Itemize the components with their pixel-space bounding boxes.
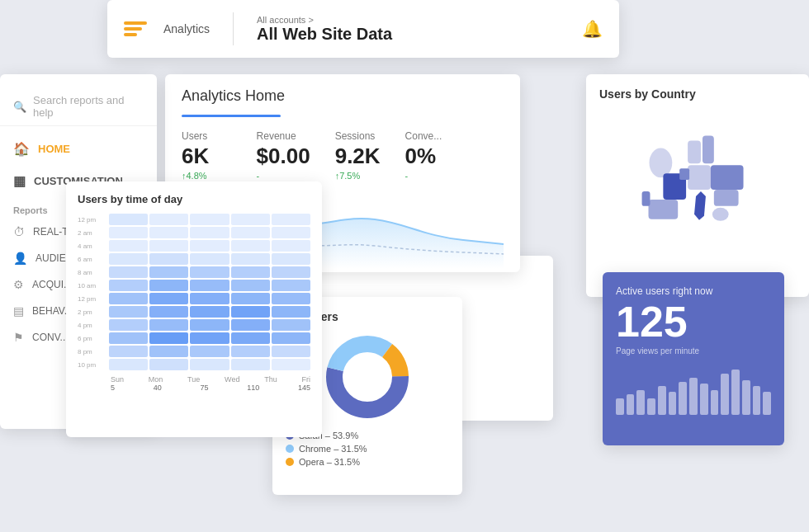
legend-chrome: Chrome – 31.5%: [286, 444, 449, 454]
mini-bar: [763, 392, 771, 415]
metric-value-users: 6K: [182, 144, 232, 169]
heatmap-row-label: 4 pm: [78, 319, 107, 331]
heatmap-cell: [149, 266, 188, 278]
svg-point-9: [712, 208, 729, 221]
svg-point-0: [649, 148, 672, 177]
heatmap-cell: [231, 240, 270, 252]
svg-rect-4: [688, 141, 701, 164]
mini-bar: [636, 390, 645, 415]
heatmap-cell: [272, 359, 310, 370]
chrome-dot: [286, 445, 294, 453]
mini-bar: [647, 398, 655, 415]
heatmap-cell: [190, 214, 229, 225]
metric-value-sessions: 9.2K: [335, 144, 381, 169]
heatmap-cell: [190, 359, 229, 370]
heatmap-cell: [109, 306, 148, 318]
audience-icon: 👤: [13, 252, 27, 265]
legend-opera: Opera – 31.5%: [286, 457, 449, 467]
europe-map: [599, 109, 796, 274]
heatmap-cell: [231, 227, 270, 238]
mini-bar: [679, 382, 687, 415]
mini-bar: [658, 386, 666, 415]
metric-value-revenue: $0.00: [257, 144, 310, 169]
mini-bar: [742, 380, 750, 415]
svg-rect-7: [714, 190, 739, 206]
heatmap-cell: [231, 253, 270, 265]
mini-bar: [721, 374, 729, 415]
mini-bar: [700, 384, 708, 415]
heatmap-row-label: 4 am: [78, 240, 107, 252]
logo: [124, 21, 147, 36]
heatmap-grid: 12 pm2 am4 am6 am8 am10 am12 pm2 pm4 pm6…: [78, 214, 310, 370]
heatmap-cell: [149, 227, 188, 238]
heatmap-row-label: 6 pm: [78, 332, 107, 344]
notification-bell-icon[interactable]: 🔔: [582, 19, 603, 39]
metric-label-sessions: Sessions: [335, 130, 381, 142]
heatmap-cell: [149, 306, 188, 318]
breadcrumb: All accounts >: [257, 15, 392, 25]
home-icon: 🏠: [13, 141, 30, 157]
heatmap-cell: [109, 214, 148, 225]
active-users-title: Active users right now: [616, 285, 771, 297]
logo-bar-2: [124, 27, 142, 31]
customisation-icon: ▦: [13, 173, 26, 189]
heatmap-cell: [149, 240, 188, 252]
search-icon: 🔍: [13, 101, 26, 113]
metric-change-revenue: -: [257, 171, 310, 181]
mini-bar: [616, 398, 624, 415]
svg-rect-5: [703, 136, 714, 164]
heatmap-cell: [190, 293, 229, 304]
heatmap-cell: [231, 306, 270, 318]
opera-label: Opera – 31.5%: [299, 457, 360, 467]
heatmap-cell: [149, 359, 188, 370]
search-placeholder: Search reports and help: [33, 94, 144, 119]
heatmap-cell: [190, 280, 229, 291]
app-name: Analytics: [163, 22, 210, 35]
heatmap-cell: [109, 359, 148, 370]
heatmap-cell: [109, 346, 148, 357]
heatmap-row-label: 12 pm: [78, 293, 107, 304]
heatmap-cell: [272, 266, 310, 278]
heatmap-cell: [231, 293, 270, 304]
time-chart-title: Users by time of day: [78, 193, 310, 205]
mini-bar: [689, 378, 698, 415]
heatmap-cell: [272, 240, 310, 252]
heatmap-cell: [231, 346, 270, 357]
heatmap-cell: [272, 332, 310, 344]
metric-change-users: ↑4.8%: [182, 171, 232, 181]
heatmap-row-label: 8 pm: [78, 346, 107, 357]
active-users-subtitle: Page views per minute: [616, 346, 771, 355]
heatmap-cell: [272, 280, 310, 291]
logo-bar-3: [124, 33, 137, 36]
heatmap-cell: [109, 240, 148, 252]
heatmap-cell: [190, 266, 229, 278]
svg-rect-6: [711, 165, 744, 190]
search-bar[interactable]: 🔍 Search reports and help: [0, 87, 157, 126]
analytics-home-title: Analytics Home: [182, 87, 504, 105]
metric-change-conversions: -: [405, 171, 442, 181]
heatmap-cell: [109, 332, 148, 344]
mini-bar: [669, 392, 677, 415]
behaviour-icon: ▤: [13, 304, 24, 318]
header-divider: [233, 12, 234, 45]
country-title: Users by Country: [599, 87, 796, 101]
chrome-label: Chrome – 31.5%: [299, 444, 367, 454]
heatmap-cell: [190, 346, 229, 357]
heatmap-cell: [272, 227, 310, 238]
conversions-label: CONV...: [32, 332, 69, 343]
conversions-icon: ⚑: [13, 331, 24, 344]
header-title-area: All accounts > All Web Site Data: [257, 15, 392, 44]
heatmap-cell: [149, 346, 188, 357]
heatmap-cell: [190, 227, 229, 238]
heatmap-cell: [149, 293, 188, 304]
sidebar-item-home[interactable]: 🏠 HOME: [0, 133, 157, 165]
heatmap-row-label: 2 am: [78, 227, 107, 238]
heatmap-cell: [190, 240, 229, 252]
heatmap-cell: [272, 214, 310, 225]
heatmap-cell: [190, 253, 229, 265]
heatmap-cell: [231, 214, 270, 225]
heatmap-row-label: 6 am: [78, 253, 107, 265]
heatmap-cell: [149, 253, 188, 265]
heatmap-cell: [190, 306, 229, 318]
heatmap-row-label: 8 am: [78, 266, 107, 278]
